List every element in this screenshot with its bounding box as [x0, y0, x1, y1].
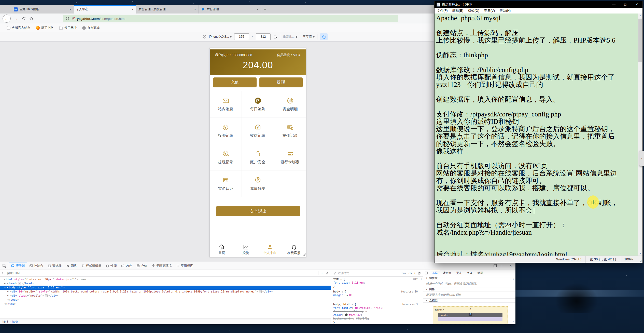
tab-close-icon[interactable]: × — [69, 7, 72, 11]
devtools-tab-console[interactable]: 控制台 — [27, 262, 46, 270]
dpr-selector[interactable]: 像素比... — [283, 35, 297, 39]
devtools-close-icon[interactable]: × — [507, 263, 514, 269]
pseudo-class-button[interactable]: :hov — [401, 272, 406, 275]
viewport-width-input[interactable] — [234, 33, 249, 40]
expand-pane-icon[interactable] — [423, 270, 429, 276]
css-rule-row[interactable]: 元素 ⊡ {内联 — [333, 277, 421, 281]
throttling-selector[interactable]: 不节流 — [303, 35, 315, 39]
menu-edit[interactable]: 编辑(E) — [450, 8, 466, 13]
grid-item-bank-card[interactable]: 银行卡绑定 — [274, 144, 306, 170]
css-rule-row[interactable]: margin: ▶ 0; — [333, 294, 421, 297]
tab-close-icon[interactable]: × — [131, 7, 134, 11]
eyedropper-icon[interactable] — [326, 271, 329, 275]
scroll-up-icon[interactable]: ∧ — [513, 278, 514, 280]
pick-element-button[interactable] — [0, 262, 9, 270]
markup-row[interactable]: ▼<body style="font-size: 0.18rem;"> — [0, 286, 331, 290]
dock-side-icon[interactable] — [492, 263, 499, 269]
print-media-icon[interactable] — [418, 272, 421, 275]
menu-help[interactable]: 帮助(H) — [497, 8, 513, 13]
viewport-resize-grip[interactable] — [302, 252, 306, 256]
home-button[interactable] — [27, 15, 35, 22]
grid-item-invite-friends[interactable]: 邀请好友 — [242, 170, 274, 197]
grid-item-fund-details[interactable]: ¥ 资金明细 — [274, 91, 306, 117]
maximize-button[interactable]: □ — [620, 1, 631, 8]
box-model-diagram[interactable]: margin 0 0 border — [433, 306, 508, 324]
devtools-tab-debugger[interactable]: 调试器 — [46, 262, 64, 270]
sidetab-fonts[interactable]: 字体 — [465, 270, 475, 276]
sidetab-animations[interactable]: 动画 — [475, 270, 485, 276]
edge-panel-handle[interactable]: ‹ — [639, 151, 644, 166]
menu-view[interactable]: 查看(V) — [482, 8, 497, 13]
stylesheet-link[interactable]: foot.css:10 — [401, 290, 418, 294]
class-toggle-button[interactable]: .cls — [408, 272, 412, 275]
devtools-tab-application[interactable]: 应用程序 — [174, 262, 195, 270]
touch-simulation-button[interactable] — [320, 33, 328, 40]
stylesheet-link[interactable]: 内联 — [413, 277, 418, 281]
scroll-down-arrow-icon[interactable]: ▼ — [638, 251, 642, 256]
devtools-tab-accessibility[interactable]: 无障碍环境 — [149, 262, 174, 270]
withdraw-button[interactable]: 提现 — [259, 77, 303, 87]
scroll-down-icon[interactable]: ∨ — [513, 321, 514, 323]
sidetab-changes[interactable]: 更改 — [454, 270, 464, 276]
devtools-tab-performance[interactable]: 性能 — [104, 262, 119, 270]
markup-row[interactable]: <html style="font-size: 50px;" data-dpr=… — [0, 277, 331, 282]
tab-close-icon[interactable]: × — [256, 7, 259, 11]
css-rule-row[interactable]: } — [333, 285, 421, 288]
scroll-up-arrow-icon[interactable]: ▲ — [638, 14, 642, 18]
css-rule-row[interactable]: body, html ⊡ {base.css:3 — [333, 303, 421, 306]
nav-invest[interactable]: 投资 — [234, 242, 258, 257]
viewport-height-input[interactable] — [256, 33, 271, 40]
css-rule-row[interactable]: body ⊡ {foot.css:10 — [333, 290, 421, 294]
window-resize-grip[interactable]: ◢ — [637, 256, 642, 263]
minimize-button[interactable]: — — [608, 1, 620, 8]
shield-icon[interactable] — [66, 17, 69, 20]
grid-section-header[interactable]: ▼网格 — [423, 287, 515, 291]
sidetab-computed[interactable]: 计算值 — [440, 270, 453, 276]
devtools-tab-network[interactable]: 网络 — [64, 262, 79, 270]
filter-styles-placeholder[interactable]: 过滤样式 — [338, 271, 349, 275]
logout-button[interactable]: 安全退出 — [216, 206, 300, 216]
stylesheet-link[interactable]: base.css:3 — [402, 303, 418, 306]
devtools-tab-inspector[interactable]: 查看器 — [9, 262, 27, 270]
markup-row[interactable]: </html> — [0, 302, 331, 306]
forward-button[interactable]: → — [12, 15, 20, 22]
device-selector[interactable]: iPhone X/XS... — [209, 35, 232, 38]
nav-personal-center[interactable]: 个人中心 — [258, 242, 282, 257]
notepad-text-area[interactable]: Apache+php5.6+mysql 创建站点，上传源码，解压上传比较慢，我这… — [435, 14, 642, 256]
grid-item-income-records[interactable]: ¥ 收益记录 — [242, 117, 274, 144]
breadcrumb-body[interactable]: body — [12, 320, 18, 323]
grid-item-investment-records[interactable]: ¥ 投资记录 — [210, 117, 242, 144]
new-tab-button[interactable]: + — [261, 5, 269, 14]
bookmark-common-sites[interactable]: 常用网址 — [59, 26, 77, 30]
grid-item-recharge-records[interactable]: ¥ 充值记录 — [274, 117, 306, 144]
scroll-up-icon[interactable]: ∧ — [421, 278, 422, 280]
add-node-icon[interactable]: + — [321, 271, 323, 275]
bookmark-jd[interactable]: 京东商城 — [82, 26, 100, 30]
notepad-titlebar[interactable]: 搭建教程.txt - 记事本 — □ ✕ — [435, 1, 642, 8]
menu-file[interactable]: 文件(F) — [435, 8, 450, 13]
css-rule-row[interactable]: background: ▶ #f1f1f1; — [333, 317, 421, 321]
boxmodel-section-header[interactable]: ▼盒模型 — [423, 299, 515, 303]
bookmark-getting-started[interactable]: 新手上路 — [36, 26, 53, 30]
flexbox-section-header[interactable]: ▼弹性盒 — [423, 276, 515, 280]
devtools-menu-icon[interactable]: ⋯ — [500, 263, 506, 269]
tab-baota[interactable]: BT 宝塔Linux面板 × — [12, 5, 74, 14]
css-rule-row[interactable]: color: #424242; — [333, 313, 421, 317]
reload-button[interactable] — [20, 15, 27, 22]
back-button[interactable]: ← — [3, 15, 11, 23]
css-rule-row[interactable]: font-size: 0.18rem; — [333, 281, 421, 285]
border-value[interactable]: 0 — [468, 313, 472, 316]
devtools-tab-storage[interactable]: 存储 — [134, 262, 149, 270]
tab-admin[interactable]: P 后台管理 × — [199, 5, 261, 14]
nav-home[interactable]: 首页 — [210, 242, 234, 257]
scrollbar-thumb[interactable] — [638, 19, 642, 62]
markup-row[interactable]: ▶<div class="mobile">⋯</div> — [0, 294, 331, 298]
menu-format[interactable]: 格式(O) — [466, 8, 482, 13]
breadcrumb-html[interactable]: html — [3, 320, 8, 323]
tab-admin-system[interactable]: 后台管理 - 系统管理 × — [136, 5, 199, 14]
grid-item-account-security[interactable]: 账户安全 — [242, 144, 274, 170]
tab-close-icon[interactable]: × — [193, 7, 197, 11]
url-bar[interactable]: ys.jahbs1.com/user/person.html — [63, 15, 398, 22]
recharge-button[interactable]: 充值 — [213, 77, 257, 87]
grid-item-withdraw-records[interactable]: ¥ 提现记录 — [210, 144, 242, 170]
